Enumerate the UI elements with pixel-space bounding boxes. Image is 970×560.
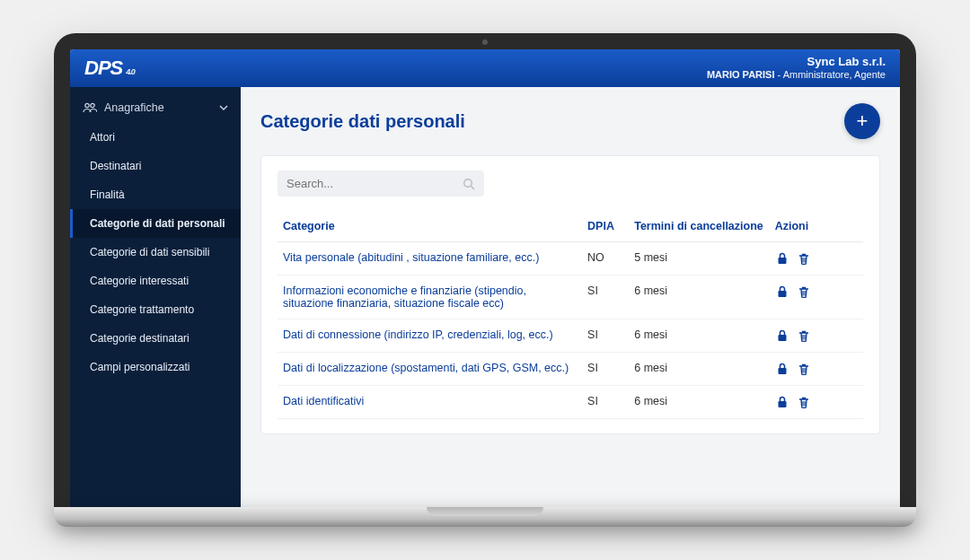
svg-point-1	[91, 103, 94, 107]
cell-dpia: NO	[582, 242, 629, 276]
sidebar-item[interactable]: Attori	[70, 123, 241, 152]
plus-icon: +	[857, 109, 869, 133]
group-icon	[83, 102, 97, 113]
sidebar-item-label: Destinatari	[90, 160, 141, 172]
column-header-categorie[interactable]: Categorie	[278, 213, 582, 242]
laptop-base	[54, 507, 916, 527]
company-name: Sync Lab s.r.l.	[707, 55, 886, 69]
svg-rect-13	[778, 368, 786, 374]
sidebar-item[interactable]: Categorie interessati	[70, 267, 241, 295]
table-row: Dati identificativiSI6 mesi	[278, 386, 863, 419]
column-header-termini[interactable]: Termini di cancellazione	[629, 213, 769, 242]
delete-icon[interactable]	[797, 251, 811, 266]
column-header-dpia[interactable]: DPIA	[582, 213, 629, 242]
cell-azioni	[770, 353, 863, 386]
cell-categorie[interactable]: Dati di connessione (indirizzo IP, crede…	[278, 319, 582, 353]
topbar: DPS 4.0 Sync Lab s.r.l. MARIO PARISI - A…	[70, 49, 900, 87]
svg-rect-10	[778, 335, 786, 341]
logo-text: DPS	[84, 57, 122, 80]
lock-icon[interactable]	[775, 362, 789, 376]
table-card: Categorie DPIA Termini di cancellazione …	[260, 155, 880, 434]
cell-dpia: SI	[582, 386, 629, 419]
sidebar-item-label: Categorie di dati personali	[90, 217, 225, 230]
main-content: Categorie dati personali +	[241, 87, 900, 507]
search-input[interactable]	[287, 177, 463, 190]
user-roles: Amministratore, Agente	[783, 69, 886, 80]
cell-categorie[interactable]: Vita personale (abitudini , situazione f…	[278, 242, 582, 276]
cell-categorie[interactable]: Dati di localizzazione (spostamenti, dat…	[278, 353, 582, 386]
sidebar-item[interactable]: Destinatari	[70, 152, 241, 180]
delete-icon[interactable]	[797, 362, 811, 376]
cell-dpia: SI	[582, 276, 629, 319]
table-row: Dati di connessione (indirizzo IP, crede…	[278, 319, 863, 353]
sidebar-item-label: Categorie di dati sensibili	[90, 246, 209, 258]
svg-point-0	[85, 103, 89, 107]
svg-rect-7	[778, 291, 786, 297]
lock-icon[interactable]	[775, 251, 789, 266]
sidebar-item[interactable]: Finalità	[70, 180, 241, 209]
sidebar-item[interactable]: Categorie di dati personali	[70, 209, 241, 238]
cell-categorie[interactable]: Dati identificativi	[278, 386, 582, 419]
sidebar-item-label: Categorie destinatari	[90, 332, 190, 345]
cell-dpia: SI	[582, 319, 629, 353]
app-screen: DPS 4.0 Sync Lab s.r.l. MARIO PARISI - A…	[70, 49, 900, 507]
cell-termini: 6 mesi	[629, 353, 769, 386]
svg-line-3	[472, 186, 475, 189]
svg-rect-16	[778, 401, 786, 407]
sidebar-item[interactable]: Categorie di dati sensibili	[70, 238, 241, 267]
search-icon	[463, 178, 475, 190]
svg-rect-4	[778, 258, 786, 264]
laptop-mockup: DPS 4.0 Sync Lab s.r.l. MARIO PARISI - A…	[54, 33, 916, 527]
cell-termini: 5 mesi	[629, 242, 769, 276]
logo-subtext: 4.0	[126, 67, 135, 76]
delete-icon[interactable]	[797, 284, 811, 299]
sidebar-item[interactable]: Categorie trattamento	[70, 295, 241, 324]
add-button[interactable]: +	[844, 103, 880, 139]
table-row: Informazioni economiche e finanziarie (s…	[278, 276, 863, 319]
lock-icon[interactable]	[775, 284, 789, 299]
cell-azioni	[770, 242, 863, 276]
table-row: Dati di localizzazione (spostamenti, dat…	[278, 353, 863, 386]
table-row: Vita personale (abitudini , situazione f…	[278, 242, 863, 276]
sidebar-item-label: Categorie trattamento	[90, 303, 194, 316]
cell-azioni	[770, 319, 863, 353]
delete-icon[interactable]	[797, 328, 811, 343]
chevron-down-icon	[219, 105, 228, 110]
page-title: Categorie dati personali	[260, 111, 465, 132]
lock-icon[interactable]	[775, 328, 789, 343]
cell-azioni	[770, 276, 863, 319]
cell-categorie[interactable]: Informazioni economiche e finanziarie (s…	[278, 276, 582, 319]
data-table: Categorie DPIA Termini di cancellazione …	[278, 213, 863, 419]
sidebar: Anagrafiche AttoriDestinatariFinalitàCat…	[70, 87, 241, 507]
user-name: MARIO PARISI	[707, 69, 775, 80]
laptop-camera	[482, 39, 488, 45]
sidebar-item-label: Campi personalizzati	[90, 361, 190, 373]
tenant-info: Sync Lab s.r.l. MARIO PARISI - Amministr…	[707, 55, 886, 82]
cell-termini: 6 mesi	[629, 276, 769, 319]
sidebar-item-label: Categorie interessati	[90, 275, 189, 287]
lock-icon[interactable]	[775, 395, 789, 409]
sidebar-section-anagrafiche[interactable]: Anagrafiche	[70, 92, 241, 123]
sidebar-item[interactable]: Categorie destinatari	[70, 324, 241, 353]
delete-icon[interactable]	[797, 395, 811, 409]
svg-point-2	[464, 179, 472, 187]
user-line: MARIO PARISI - Amministratore, Agente	[707, 69, 886, 82]
sidebar-item-label: Finalità	[90, 188, 125, 201]
sidebar-item-label: Attori	[90, 131, 115, 144]
sidebar-item[interactable]: Campi personalizzati	[70, 353, 241, 381]
cell-termini: 6 mesi	[629, 386, 769, 419]
cell-azioni	[770, 386, 863, 419]
column-header-azioni: Azioni	[770, 213, 863, 242]
cell-dpia: SI	[582, 353, 629, 386]
app-logo: DPS 4.0	[84, 57, 135, 80]
search-box[interactable]	[278, 171, 484, 197]
sidebar-section-label: Anagrafiche	[104, 101, 164, 114]
cell-termini: 6 mesi	[629, 319, 769, 353]
